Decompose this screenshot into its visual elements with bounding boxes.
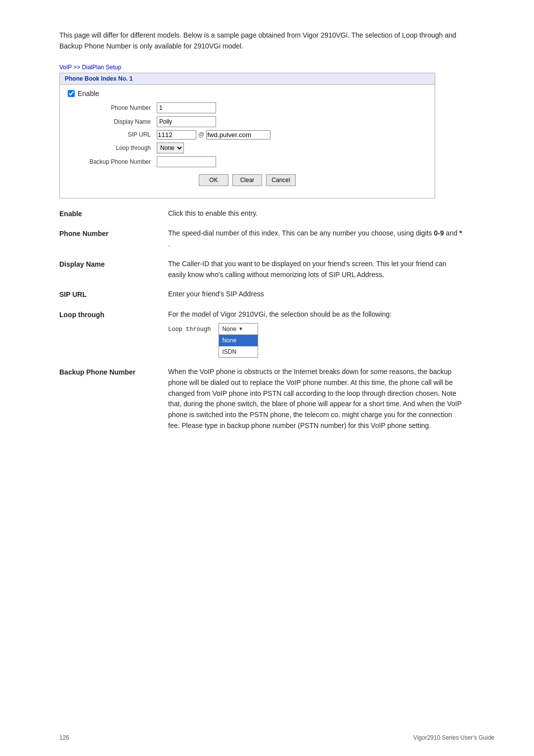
desc-sip-url: SIP URL Enter your friend's SIP Address (59, 289, 465, 300)
enable-row: Enable (68, 90, 427, 97)
desc-backup-term: Backup Phone Number (59, 367, 168, 431)
desc-enable: Enable Click this to enable this entry. (59, 208, 465, 220)
enable-label: Enable (78, 90, 99, 97)
display-name-label: Display Name (78, 118, 157, 125)
descriptions-section: Enable Click this to enable this entry. … (59, 208, 465, 431)
desc-enable-term: Enable (59, 208, 168, 220)
desc-display-def: The Caller-ID that you want to be displa… (168, 259, 465, 280)
page-number: 126 (59, 734, 69, 741)
phone-number-field (157, 102, 216, 113)
backup-phone-label: Backup Phone Number (78, 158, 157, 165)
dropdown-option-none: None (219, 335, 258, 346)
loop-through-label: Loop through (78, 144, 157, 151)
desc-phone-def: The speed-dial number of this index. Thi… (168, 228, 465, 249)
button-row: OK Clear Cancel (68, 174, 427, 191)
loop-through-select[interactable]: None ISDN (157, 142, 184, 153)
cancel-button[interactable]: Cancel (266, 174, 296, 186)
clear-button[interactable]: Clear (232, 174, 262, 186)
loop-through-row: Loop through None ISDN (68, 142, 427, 153)
dropdown-header: None ▼ (219, 324, 258, 335)
backup-phone-row: Backup Phone Number (68, 156, 427, 167)
display-name-row: Display Name (68, 116, 427, 127)
dropdown-selected-value: None (222, 325, 236, 334)
backup-phone-input[interactable] (157, 156, 216, 167)
display-name-input[interactable] (157, 116, 216, 127)
sip-url-label: SIP URL (78, 131, 157, 138)
desc-phone-number: Phone Number The speed-dial number of th… (59, 228, 465, 249)
desc-sip-term: SIP URL (59, 289, 168, 300)
loop-dropdown-example: None ▼ None ISDN (219, 323, 258, 358)
form-body: Enable Phone Number Display Name SIP URL… (60, 85, 435, 198)
enable-checkbox[interactable] (68, 90, 75, 97)
desc-display-name: Display Name The Caller-ID that you want… (59, 259, 465, 280)
desc-loop-through: Loop through For the model of Vigor 2910… (59, 309, 465, 358)
desc-display-term: Display Name (59, 259, 168, 280)
ok-button[interactable]: OK (199, 174, 228, 186)
phone-number-row: Phone Number (68, 102, 427, 113)
desc-enable-def: Click this to enable this entry. (168, 208, 465, 220)
loop-example-label: Loop through (168, 323, 211, 334)
display-name-field (157, 116, 216, 127)
sip-url-field: @ (157, 130, 270, 140)
intro-paragraph: This page will differ for different mode… (59, 30, 465, 52)
dialplan-form: Phone Book Index No. 1 Enable Phone Numb… (59, 73, 435, 198)
desc-loop-def: For the model of Vigor 2910VGi, the sele… (168, 309, 465, 358)
loop-through-field: None ISDN (157, 142, 184, 153)
desc-loop-term: Loop through (59, 309, 168, 358)
desc-sip-def: Enter your friend's SIP Address (168, 289, 465, 300)
dropdown-arrow-icon: ▼ (238, 325, 243, 333)
product-name: Vigor2910 Series User's Guide (413, 734, 494, 741)
backup-phone-field (157, 156, 216, 167)
form-title: Phone Book Index No. 1 (60, 73, 435, 85)
sip-number-input[interactable] (157, 130, 196, 140)
phone-number-label: Phone Number (78, 104, 157, 111)
sip-domain-input[interactable] (206, 130, 270, 140)
page-footer: 126 Vigor2910 Series User's Guide (0, 734, 534, 741)
at-symbol: @ (198, 131, 204, 138)
phone-number-input[interactable] (157, 102, 216, 113)
dropdown-options: None ISDN (219, 335, 258, 357)
breadcrumb[interactable]: VoIP >> DialPlan Setup (59, 64, 494, 71)
desc-backup-phone: Backup Phone Number When the VoIP phone … (59, 367, 465, 431)
desc-phone-term: Phone Number (59, 228, 168, 249)
sip-url-row: SIP URL @ (68, 130, 427, 140)
dropdown-option-isdn: ISDN (219, 346, 258, 358)
desc-backup-def: When the VoIP phone is obstructs or the … (168, 367, 465, 431)
